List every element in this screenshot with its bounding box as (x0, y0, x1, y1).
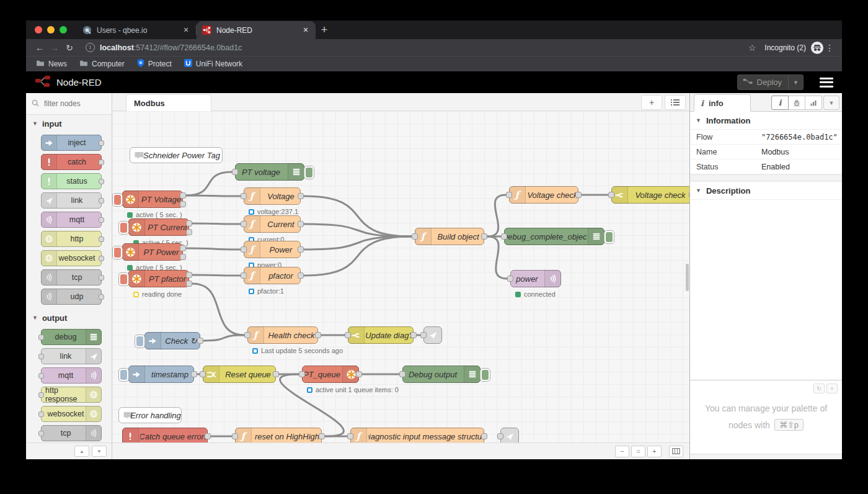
output-port-1[interactable] (180, 245, 186, 251)
sidebar-chart-button[interactable] (805, 96, 822, 110)
output-port[interactable] (99, 294, 104, 300)
flow-node-catch-queue-errors[interactable]: Catch queue errors (122, 428, 208, 442)
sidebar-debug-button[interactable] (789, 96, 805, 110)
flow-node-pt-power[interactable]: PT Power (122, 243, 183, 261)
node-trigger-button[interactable] (118, 221, 129, 235)
section-description[interactable]: ▼ Description (690, 181, 842, 200)
maximize-window-button[interactable] (60, 26, 67, 34)
url-bar[interactable]: i localhost:57412/#flow/7266654e.0bad1c (81, 41, 741, 54)
input-port[interactable] (507, 276, 513, 282)
palette-node-link[interactable]: link (41, 348, 102, 364)
node-toggle-button[interactable] (480, 368, 490, 382)
output-port-2[interactable] (180, 254, 186, 260)
bookmark-computer[interactable]: Computer (79, 60, 125, 68)
input-port[interactable] (299, 371, 305, 377)
input-port[interactable] (244, 332, 250, 338)
output-port[interactable] (481, 433, 487, 439)
input-port[interactable] (241, 193, 247, 199)
input-port[interactable] (347, 433, 353, 439)
node-trigger-button[interactable] (112, 193, 123, 207)
flow-node-diagnostic-input-message-structure[interactable]: ƒDiagnostic input message structure (350, 428, 484, 442)
input-port[interactable] (345, 332, 351, 338)
flow-node-pt-voltage[interactable]: PT voltage (235, 163, 304, 181)
forward-icon[interactable]: → (47, 43, 62, 53)
output-port[interactable] (197, 338, 203, 344)
flow-node-check-[interactable]: Check ↻ (144, 332, 200, 349)
node-trigger-button[interactable] (118, 272, 129, 286)
sidebar-tab-info[interactable]: i info (694, 94, 751, 112)
palette-node-inject[interactable]: inject (41, 135, 102, 151)
input-port[interactable] (38, 411, 44, 417)
input-port[interactable] (38, 373, 44, 379)
output-port[interactable] (575, 192, 582, 198)
output-port-2[interactable] (186, 229, 192, 235)
palette-scroll-down-button[interactable]: ▼ (92, 446, 107, 457)
flow-node-schneider-power-tag[interactable]: Schneider Power Tag (130, 147, 223, 163)
output-port[interactable] (99, 179, 104, 184)
output-port-2[interactable] (180, 201, 186, 207)
flow-node-power[interactable]: ƒPower (244, 241, 301, 258)
output-port[interactable] (319, 433, 325, 439)
output-port[interactable] (298, 272, 304, 279)
palette-node-tcp[interactable]: tcp (41, 269, 102, 285)
output-port[interactable] (99, 256, 104, 261)
node-toggle-button[interactable] (604, 230, 614, 244)
output-port-2[interactable] (186, 281, 192, 287)
tip-close-icon[interactable]: × (826, 384, 838, 393)
output-port[interactable] (205, 433, 211, 439)
input-port[interactable] (420, 332, 427, 338)
input-port[interactable] (497, 433, 503, 439)
flow-node-pt-current[interactable]: PT Current (128, 218, 189, 236)
output-port[interactable] (191, 371, 197, 377)
flow-node-debug-output[interactable]: Debug output (402, 366, 480, 383)
input-port[interactable] (200, 371, 206, 377)
flow-list-button[interactable] (665, 95, 686, 110)
output-port-1[interactable] (180, 192, 186, 199)
flow-node-build-object[interactable]: ƒBuild object (415, 228, 484, 245)
palette-scroll-area[interactable]: ▼inputinjectcatchstatuslinkmqtthttpwebso… (26, 115, 112, 442)
input-port[interactable] (241, 246, 247, 253)
bookmark-protect[interactable]: Protect (137, 59, 172, 69)
palette-node-udp[interactable]: udp (41, 289, 102, 305)
flow-node-debug-complete-object[interactable]: Debug_complete_object (504, 228, 604, 245)
browser-tab-2[interactable]: Node-RED× (197, 21, 316, 39)
flow-node-linkout[interactable] (500, 428, 519, 442)
reload-icon[interactable]: ↻ (62, 43, 77, 53)
output-port[interactable] (298, 246, 304, 253)
back-icon[interactable]: ← (32, 43, 47, 53)
palette-node-debug[interactable]: debug (41, 329, 102, 345)
input-port[interactable] (38, 354, 44, 359)
input-port[interactable] (608, 192, 614, 198)
palette-node-catch[interactable]: catch (41, 154, 102, 170)
zoom-reset-button[interactable]: ○ (631, 446, 645, 457)
flow-node-pfactor[interactable]: ƒpfactor (244, 267, 301, 284)
input-port[interactable] (38, 335, 44, 340)
new-tab-button[interactable]: + (316, 21, 333, 38)
palette-node-websocket[interactable]: websocket (41, 250, 102, 266)
navigator-toggle-button[interactable] (669, 446, 683, 457)
add-flow-button[interactable]: + (641, 95, 662, 110)
node-trigger-button[interactable] (135, 335, 145, 348)
minimize-window-button[interactable] (47, 26, 55, 34)
sidebar-tabs-dropdown-button[interactable]: ▼ (823, 96, 839, 110)
palette-node-tcp[interactable]: tcp (41, 425, 102, 441)
bookmark-star-icon[interactable]: ☆ (745, 43, 760, 53)
flow-tab-modbus[interactable]: Modbus (126, 94, 211, 111)
output-port[interactable] (99, 275, 104, 281)
output-port[interactable] (273, 371, 279, 377)
output-port-1[interactable] (186, 220, 192, 227)
flow-node-pt-queue[interactable]: PT_queue (302, 366, 359, 383)
output-port[interactable] (99, 217, 104, 223)
palette-node-websocket[interactable]: websocket (41, 406, 102, 422)
output-port[interactable] (298, 193, 304, 199)
filter-nodes-input[interactable] (43, 99, 102, 109)
flow-canvas[interactable]: Schneider Power TagPT voltagePT Voltagea… (112, 111, 689, 442)
palette-scroll-up-button[interactable]: ▲ (74, 446, 89, 457)
close-icon[interactable]: × (301, 25, 311, 35)
input-port[interactable] (232, 433, 238, 439)
flow-node-linkout[interactable] (423, 326, 442, 344)
palette-node-http-response[interactable]: http response (41, 387, 102, 403)
close-icon[interactable]: × (181, 25, 191, 35)
input-port[interactable] (399, 371, 405, 377)
flow-node-current[interactable]: ƒCurrent (244, 215, 301, 233)
